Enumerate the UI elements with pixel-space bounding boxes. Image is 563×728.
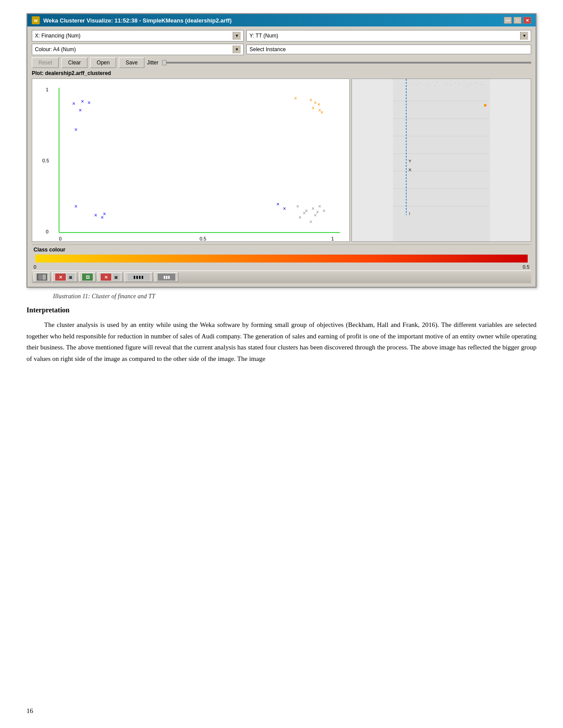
scatter-plot: 1 0.5 0 0 0.5 1 ×: [32, 79, 350, 242]
svg-text:·: ·: [481, 83, 482, 86]
svg-text:·: ·: [454, 82, 455, 85]
taskbar-item-3[interactable]: 🖼: [79, 272, 96, 282]
svg-text:↕: ↕: [408, 211, 411, 216]
svg-text:×: ×: [312, 105, 315, 111]
svg-text:1: 1: [46, 87, 49, 92]
svg-text:×: ×: [322, 208, 325, 214]
jitter-label: Jitter: [147, 60, 159, 66]
svg-text:×: ×: [303, 210, 306, 216]
window-controls: — □ ✕: [504, 17, 531, 24]
svg-text:0: 0: [59, 236, 62, 241]
window-title: Weka Clusterer Visualize: 11:52:38 - Sim…: [43, 17, 232, 24]
open-button[interactable]: Open: [90, 57, 116, 68]
svg-text:W: W: [34, 19, 38, 23]
y-axis-dropdown[interactable]: Y: TT (Num) ▼: [246, 30, 531, 41]
body-text: The cluster analysis is used by an entit…: [26, 319, 537, 364]
svg-text:×: ×: [317, 101, 320, 108]
mini-panel: · · · · · · · · · · · · ·: [351, 79, 531, 242]
taskbar-icon-8: ▮▮▮: [158, 274, 175, 281]
weka-window: W Weka Clusterer Visualize: 11:52:38 - S…: [26, 13, 537, 288]
jitter-slider-track: [162, 62, 531, 64]
svg-text:×: ×: [320, 109, 323, 116]
scale-mid: 0.5: [523, 264, 529, 270]
taskbar-icon-4: 🖼: [82, 274, 93, 281]
class-colour-section: Class colour 0 0.5: [32, 244, 531, 270]
select-instance-field[interactable]: Select Instance: [246, 45, 531, 54]
weka-titlebar: W Weka Clusterer Visualize: 11:52:38 - S…: [27, 14, 536, 26]
svg-text:·: ·: [470, 83, 471, 86]
colour-dropdown[interactable]: Colour: A4 (Num) ▼: [32, 44, 244, 55]
svg-text:·: ·: [413, 83, 414, 86]
figure-caption: Illustration 11: Cluster of finance and …: [53, 293, 537, 300]
svg-text:×: ×: [72, 101, 75, 107]
taskbar-icon-1: [37, 274, 47, 281]
svg-text:·: ·: [419, 82, 420, 85]
section-heading: Interpretation: [26, 306, 537, 314]
svg-text:×: ×: [81, 98, 84, 105]
colour-arrow: ▼: [233, 45, 241, 53]
colour-scale-row: 0 0.5: [32, 263, 531, 270]
close-btn[interactable]: ✕: [523, 17, 531, 24]
taskbar-item-5[interactable]: ▮▮▮▮: [125, 272, 153, 282]
svg-text:·: ·: [426, 85, 427, 88]
svg-text:×: ×: [94, 212, 97, 218]
taskbar-item-6[interactable]: ▮▮▮: [155, 272, 178, 282]
jitter-slider-thumb[interactable]: [162, 60, 166, 65]
taskbar-icon-7: ▮▮▮▮: [128, 274, 150, 281]
svg-text:·: ·: [476, 81, 477, 84]
jitter-control: Jitter: [147, 60, 531, 66]
svg-text:×: ×: [310, 219, 313, 225]
svg-text:·: ·: [463, 80, 464, 83]
svg-text:×: ×: [294, 95, 297, 101]
svg-text:0: 0: [46, 229, 49, 234]
weka-taskbar: ✕ ▦ 🖼 ✕ ▦ ▮▮▮▮ ▮▮▮: [32, 270, 531, 283]
svg-text:·: ·: [435, 84, 436, 87]
svg-point-69: [484, 104, 487, 107]
svg-text:×: ×: [312, 206, 315, 212]
taskbar-icon-5: ✕: [101, 274, 111, 281]
svg-text:·: ·: [446, 83, 446, 86]
svg-text:×: ×: [276, 201, 280, 207]
svg-text:·: ·: [459, 83, 460, 86]
svg-text:×: ×: [79, 107, 82, 113]
minimize-btn[interactable]: —: [504, 17, 512, 24]
taskbar-item-2[interactable]: ✕ ▦: [52, 272, 77, 282]
svg-text:0.5: 0.5: [42, 158, 49, 163]
svg-text:×: ×: [74, 203, 77, 210]
svg-text:×: ×: [283, 206, 286, 212]
paragraph-1: The cluster analysis is used by an entit…: [26, 319, 537, 364]
svg-text:×: ×: [318, 203, 321, 210]
y-axis-arrow: ▼: [520, 32, 528, 40]
scale-min: 0: [34, 264, 36, 270]
clear-button[interactable]: Clear: [61, 57, 87, 68]
page-number: 16: [26, 707, 33, 715]
svg-rect-39: [393, 79, 490, 241]
taskbar-item-4[interactable]: ✕ ▦: [98, 272, 123, 282]
svg-text:×: ×: [299, 214, 302, 221]
save-button[interactable]: Save: [119, 57, 144, 68]
svg-text:×: ×: [314, 212, 317, 218]
taskbar-item-1[interactable]: [34, 272, 50, 282]
svg-text:·: ·: [437, 81, 438, 84]
colour-gradient-bar: [35, 255, 528, 263]
axis-row: X: Financing (Num) ▼ Y: TT (Num) ▼: [32, 30, 531, 41]
plot-title: Plot: dealership2.arff_clustered: [32, 70, 531, 76]
reset-button[interactable]: Reset: [32, 57, 59, 68]
taskbar-icon-3: ▦: [67, 274, 74, 281]
svg-text:Y: Y: [408, 158, 412, 163]
svg-text:X: X: [408, 167, 412, 172]
taskbar-icon-6: ▦: [113, 274, 120, 281]
svg-text:·: ·: [417, 84, 418, 87]
svg-text:×: ×: [310, 97, 313, 103]
svg-text:×: ×: [296, 203, 299, 210]
svg-text:·: ·: [483, 83, 484, 86]
maximize-btn[interactable]: □: [514, 17, 521, 24]
svg-text:×: ×: [74, 127, 77, 133]
x-axis-dropdown[interactable]: X: Financing (Num) ▼: [32, 30, 244, 41]
svg-text:1: 1: [331, 236, 334, 241]
x-axis-arrow: ▼: [233, 32, 241, 40]
weka-app-icon: W: [32, 16, 40, 24]
svg-text:·: ·: [428, 83, 429, 86]
svg-text:·: ·: [468, 84, 469, 87]
svg-text:·: ·: [450, 84, 451, 87]
